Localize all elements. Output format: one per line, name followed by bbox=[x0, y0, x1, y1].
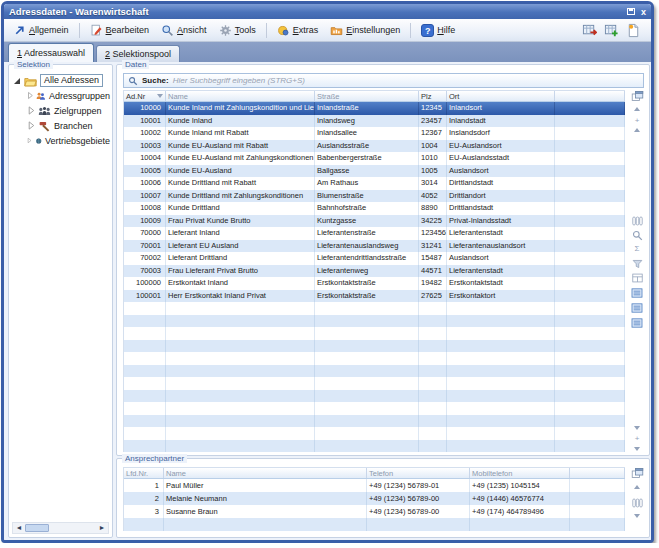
new-document-icon[interactable] bbox=[626, 23, 641, 38]
menu-item-allgemein[interactable]: Allgemein bbox=[8, 22, 74, 39]
column-header[interactable] bbox=[570, 468, 625, 478]
cell bbox=[570, 479, 625, 492]
tree-item-zielgruppen[interactable]: Zielgruppen bbox=[27, 103, 110, 118]
column-header[interactable]: Straße bbox=[315, 91, 419, 101]
cell bbox=[555, 140, 625, 153]
cell: 23457 bbox=[419, 115, 447, 128]
cell: 12367 bbox=[419, 127, 447, 140]
contact-row[interactable]: 2Melanie Neumann+49 (1234) 56789-00+49 (… bbox=[124, 492, 625, 505]
column-header[interactable] bbox=[555, 91, 625, 101]
import-table-icon[interactable] bbox=[604, 23, 619, 38]
filter-icon[interactable] bbox=[630, 259, 644, 269]
cell bbox=[555, 327, 625, 340]
cell bbox=[555, 377, 625, 390]
cell: +49 (1234) 56789-00 bbox=[367, 505, 470, 518]
close-button[interactable]: x bbox=[641, 7, 646, 17]
scroll-down-icon[interactable] bbox=[630, 426, 644, 430]
open-window-icon[interactable] bbox=[630, 90, 644, 102]
address-row[interactable]: 10000Kunde Inland mit Zahlungskondition … bbox=[124, 102, 625, 115]
sort-filter-icon[interactable] bbox=[157, 94, 163, 98]
column-header[interactable]: Name bbox=[166, 91, 315, 101]
menu-separator bbox=[79, 23, 80, 38]
menu-item-ansicht[interactable]: Ansicht bbox=[156, 22, 212, 39]
menu-item-bearbeiten[interactable]: Bearbeiten bbox=[85, 22, 155, 39]
address-row[interactable]: 10008Kunde DrittlandBahnhofstraße8890Dri… bbox=[124, 202, 625, 215]
address-row[interactable]: 10004Kunde EU-Ausland mit Zahlungskondti… bbox=[124, 152, 625, 165]
collapsed-arrow-icon[interactable] bbox=[27, 106, 35, 115]
scroll-top-icon[interactable] bbox=[630, 107, 644, 111]
list-view-icon[interactable] bbox=[630, 318, 644, 328]
cell: Kunde Drittland mit Zahlungskonditionen bbox=[166, 190, 315, 203]
collapsed-arrow-icon[interactable] bbox=[27, 121, 35, 130]
help-icon: ? bbox=[421, 24, 434, 37]
scrollbar-thumb[interactable] bbox=[25, 524, 49, 532]
address-row[interactable]: 10002Kunde Inland mit RabattInlandsallee… bbox=[124, 127, 625, 140]
menu-item-extras[interactable]: Extras bbox=[272, 22, 324, 39]
address-row[interactable]: 70002Lieferant DrittlandLieferantendritt… bbox=[124, 252, 625, 265]
magnifier-icon bbox=[161, 24, 174, 37]
collapsed-arrow-icon[interactable] bbox=[27, 136, 32, 145]
open-window-icon[interactable] bbox=[630, 467, 644, 479]
contact-row[interactable]: 3Susanne Braun+49 (1234) 56789-00+49 (17… bbox=[124, 505, 625, 518]
column-chooser-icon[interactable] bbox=[630, 216, 644, 226]
menu-item-hilfe[interactable]: ? Hilfe bbox=[416, 22, 460, 39]
scroll-up-icon[interactable] bbox=[630, 485, 644, 489]
expanded-arrow-icon[interactable] bbox=[13, 77, 21, 85]
list-view-icon[interactable] bbox=[630, 303, 644, 313]
column-header[interactable]: Plz bbox=[419, 91, 447, 101]
cell bbox=[419, 365, 447, 378]
scroll-bottom-icon[interactable] bbox=[630, 447, 644, 451]
empty-row bbox=[124, 302, 625, 315]
address-row[interactable]: 100001Herr Erstkontakt Inland PrivatErst… bbox=[124, 290, 625, 303]
column-header[interactable]: Ort bbox=[447, 91, 555, 101]
tab-strip: 1 Adressauswahl 2 Selektionspool bbox=[4, 42, 651, 62]
scroll-right-icon[interactable]: ► bbox=[96, 523, 108, 533]
scroll-plus-icon[interactable]: + bbox=[630, 117, 644, 124]
restore-button[interactable] bbox=[627, 7, 635, 17]
cell bbox=[315, 327, 419, 340]
address-row[interactable]: 70000Lieferant InlandLieferantenstraße12… bbox=[124, 227, 625, 240]
cell bbox=[555, 177, 625, 190]
address-row[interactable]: 70003Frau Lieferant Privat BruttoLiefera… bbox=[124, 265, 625, 278]
column-header[interactable]: Name bbox=[164, 468, 367, 478]
column-header[interactable]: Telefon bbox=[367, 468, 470, 478]
list-view-icon[interactable] bbox=[630, 288, 644, 298]
menu-item-tools[interactable]: Tools bbox=[214, 22, 261, 39]
cell bbox=[124, 302, 166, 315]
search-icon[interactable] bbox=[630, 230, 644, 241]
scroll-left-icon[interactable]: ◄ bbox=[13, 523, 25, 533]
address-row[interactable]: 10009Frau Privat Kunde BruttoKuntzgasse3… bbox=[124, 215, 625, 228]
address-row[interactable]: 70001Lieferant EU AuslandLieferantenausl… bbox=[124, 240, 625, 253]
column-header[interactable]: Mobiltelefon bbox=[470, 468, 570, 478]
column-header[interactable]: Lfd.Nr. bbox=[124, 468, 164, 478]
export-table-icon[interactable] bbox=[582, 23, 597, 38]
search-input[interactable]: Suche: Hier Suchbegriff eingeben (STRG+S… bbox=[123, 73, 644, 88]
layout-icon[interactable] bbox=[630, 273, 644, 283]
scroll-down-icon[interactable] bbox=[630, 514, 644, 518]
horizontal-scrollbar[interactable]: ◄ ► bbox=[12, 522, 109, 534]
scroll-plus-icon[interactable]: + bbox=[630, 435, 644, 442]
tree-item-vertriebsgebiete[interactable]: Vertriebsgebiete bbox=[27, 133, 110, 148]
cell: 31241 bbox=[419, 240, 447, 253]
cell: Kunde EU-Ausland mit Zahlungskondtionen bbox=[166, 152, 315, 165]
cell bbox=[555, 440, 625, 453]
column-chooser-icon[interactable] bbox=[630, 498, 644, 508]
cell bbox=[555, 415, 625, 428]
contact-row[interactable]: 1Paul Müller+49 (1234) 56789-01+49 (1235… bbox=[124, 479, 625, 492]
column-header[interactable]: Ad.Nr bbox=[124, 91, 166, 101]
tree-item-adressgruppen[interactable]: Adressgruppen bbox=[27, 88, 110, 103]
scroll-up-icon[interactable] bbox=[630, 128, 644, 132]
address-row[interactable]: 10001Kunde InlandInlandsweg23457Inlandst… bbox=[124, 115, 625, 128]
cell: 100000 bbox=[124, 277, 166, 290]
address-row[interactable]: 100000Erstkontakt InlandErstkontaktstraß… bbox=[124, 277, 625, 290]
tree-root-alle-adressen[interactable]: Alle Adressen bbox=[13, 73, 110, 88]
address-row[interactable]: 10006Kunde Drittland mit RabattAm Rathau… bbox=[124, 177, 625, 190]
menu-item-einstellungen[interactable]: Einstellungen bbox=[325, 22, 405, 39]
address-row[interactable]: 10007Kunde Drittland mit Zahlungskonditi… bbox=[124, 190, 625, 203]
sum-icon[interactable]: Σ bbox=[630, 245, 644, 253]
collapsed-arrow-icon[interactable] bbox=[27, 91, 33, 100]
tree-item-branchen[interactable]: Branchen bbox=[27, 118, 110, 133]
cell bbox=[555, 152, 625, 165]
address-row[interactable]: 10003Kunde EU-Ausland mit RabattAuslands… bbox=[124, 140, 625, 153]
address-row[interactable]: 10005Kunde EU-AuslandBallgasse1005Auslan… bbox=[124, 165, 625, 178]
